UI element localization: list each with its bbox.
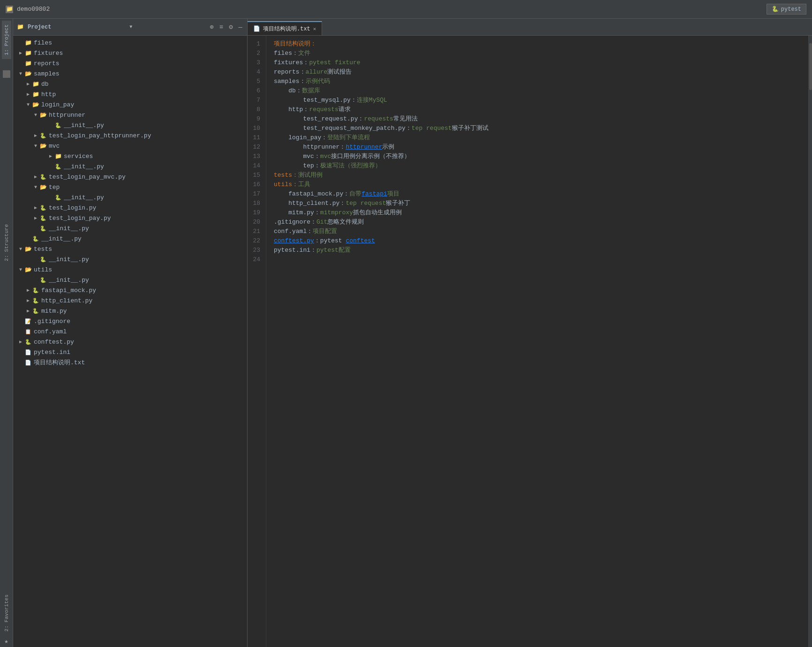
line-num-24: 24 [251, 255, 260, 264]
file-panel: 📁 Project ▼ ⊕ ≡ ⚙ — files ▶ [13, 19, 248, 647]
tree-item-files[interactable]: files [13, 38, 247, 48]
tree-arrow-httprunner: ▼ [32, 113, 39, 118]
line-num-3: 3 [251, 58, 260, 68]
sidebar-tab-structure[interactable]: 2: Structure [2, 220, 11, 265]
code-line-10: test_request_monkey_patch.py：tep request… [274, 124, 801, 133]
tree-item-conftest[interactable]: ▶ conftest.py [13, 337, 247, 347]
tree-item-conf-yaml[interactable]: conf.yaml [13, 326, 247, 337]
tree-arrow-http-client: ▶ [24, 298, 32, 303]
folder-icon-files [24, 39, 32, 46]
tree-item-fastapi-mock[interactable]: ▶ fastapi_mock.py [13, 285, 247, 295]
py-icon-init-hr [54, 121, 62, 129]
tree-label-init-mvc: __init__.py [64, 163, 104, 170]
pytest-button[interactable]: 🐍 pytest [767, 4, 806, 15]
tree-label-http: http [41, 91, 56, 98]
tree-arrow-test-mvc: ▶ [32, 174, 39, 180]
tree-item-services[interactable]: ▶ services [13, 151, 247, 161]
git-icon-gitignore [24, 317, 32, 325]
tree-item-readme[interactable]: 项目结构说明.txt [13, 357, 247, 368]
folder-icon: 📁 [17, 23, 24, 30]
tree-item-init-tests[interactable]: __init__.py [13, 254, 247, 264]
tree-label-http-client: http_client.py [41, 297, 92, 304]
tree-item-samples[interactable]: ▼ samples [13, 68, 247, 79]
py-icon-init-utils [39, 276, 47, 284]
project-dropdown-arrow[interactable]: ▼ [129, 24, 132, 30]
tree-label-files: files [34, 39, 52, 46]
tree-item-fixtures[interactable]: ▶ fixtures [13, 48, 247, 58]
tree-label-test-login: test_login.py [49, 204, 96, 211]
favorites-star-icon[interactable]: ★ [2, 635, 10, 647]
tree-item-httprunner[interactable]: ▼ httprunner [13, 110, 247, 120]
tree-label-init-tests: __init__.py [49, 256, 89, 263]
line-num-2: 2 [251, 49, 260, 58]
tree-item-gitignore[interactable]: .gitignore [13, 316, 247, 326]
file-tree: files ▶ fixtures reports ▼ samples [13, 36, 247, 647]
add-content-icon[interactable]: ⊕ [209, 22, 214, 32]
tree-item-pytest-ini[interactable]: pytest.ini [13, 347, 247, 357]
tree-arrow-mvc: ▼ [32, 143, 39, 149]
code-line-20: .gitignore：Git忽略文件规则 [274, 218, 801, 227]
code-line-22: conftest.py：pytest conftest [274, 236, 801, 246]
code-line-1: 项目结构说明： [274, 39, 801, 49]
tree-item-login-pay[interactable]: ▼ login_pay [13, 99, 247, 110]
title-bar-right: 🐍 pytest [767, 4, 806, 15]
code-line-21: conf.yaml：项目配置 [274, 227, 801, 236]
tree-item-init-samples[interactable]: __init__.py [13, 223, 247, 233]
sidebar-tab-favorites[interactable]: 2: Favorites [2, 591, 11, 635]
line-num-9: 9 [251, 114, 260, 124]
settings-icon[interactable]: ⚙ [228, 22, 233, 32]
project-title: demo09802 [17, 6, 50, 13]
tree-item-test-mvc[interactable]: ▶ test_login_pay_mvc.py [13, 172, 247, 182]
py-icon-conftest [24, 338, 32, 346]
tab-close-readme[interactable]: ✕ [313, 26, 316, 32]
tree-item-tep[interactable]: ▼ tep [13, 182, 247, 192]
scrollbar-thumb [809, 43, 812, 90]
tree-label-pytest-ini: pytest.ini [34, 349, 70, 356]
tree-arrow-db: ▶ [24, 81, 32, 87]
tree-item-test-login[interactable]: ▶ test_login.py [13, 203, 247, 213]
tree-arrow-tep: ▼ [32, 185, 39, 190]
tree-item-http[interactable]: ▶ http [13, 89, 247, 99]
tree-item-mvc[interactable]: ▼ mvc [13, 141, 247, 151]
py-icon-init-samples2 [32, 235, 39, 242]
folder-icon-http [32, 90, 39, 98]
tree-item-db[interactable]: ▶ db [13, 79, 247, 89]
tree-item-init-tep[interactable]: __init__.py [13, 192, 247, 203]
tree-label-db: db [41, 81, 49, 88]
tree-item-reports[interactable]: reports [13, 58, 247, 68]
sidebar-icon-files[interactable] [3, 70, 10, 78]
tree-label-init-tep: __init__.py [64, 194, 104, 201]
folder-icon-services [54, 152, 62, 160]
py-icon-init-mvc [54, 163, 62, 170]
line-num-21: 21 [251, 227, 260, 236]
editor-tab-readme[interactable]: 📄 项目结构说明.txt ✕ [248, 21, 322, 35]
py-icon-test-hr [39, 132, 47, 139]
tree-item-http-client[interactable]: ▶ http_client.py [13, 295, 247, 306]
tree-item-test-login-pay[interactable]: ▶ test_login_pay.py [13, 213, 247, 223]
py-icon-test-login-pay [39, 214, 47, 222]
collapse-all-icon[interactable]: ≡ [218, 23, 224, 32]
tab-label-readme: 项目结构说明.txt [263, 25, 310, 33]
tree-arrow-fixtures: ▶ [17, 50, 24, 56]
editor-scrollbar[interactable] [808, 36, 812, 647]
code-view[interactable]: 项目结构说明： files：文件 fixtures：pytest fixture… [266, 36, 808, 647]
tree-item-init-utils[interactable]: __init__.py [13, 275, 247, 285]
code-line-5: samples：示例代码 [274, 77, 801, 86]
py-icon-init-tep [54, 194, 62, 201]
tree-item-init-httprunner[interactable]: __init__.py [13, 120, 247, 130]
tree-item-init-mvc[interactable]: __init__.py [13, 161, 247, 172]
code-line-23: pytest.ini：pytest配置 [274, 246, 801, 255]
tree-item-utils[interactable]: ▼ utils [13, 264, 247, 275]
main-layout: 1: Project 2: Structure 2: Favorites ★ 📁… [0, 19, 812, 647]
py-icon-test-mvc [39, 173, 47, 181]
code-line-19: mitm.py：mitmproxy抓包自动生成用例 [274, 208, 801, 218]
hide-panel-icon[interactable]: — [238, 23, 243, 32]
code-line-7: test_mysql.py：连接MySQL [274, 96, 801, 105]
tree-arrow-http: ▶ [24, 91, 32, 97]
tree-item-tests[interactable]: ▼ tests [13, 244, 247, 254]
tree-item-init-samples2[interactable]: __init__.py [13, 233, 247, 244]
sidebar-tab-project[interactable]: 1: Project [2, 21, 11, 59]
folder-icon-httprunner [39, 111, 47, 119]
tree-item-test-login-httprunner[interactable]: ▶ test_login_pay_httprunner.py [13, 130, 247, 141]
tree-item-mitm[interactable]: ▶ mitm.py [13, 306, 247, 316]
